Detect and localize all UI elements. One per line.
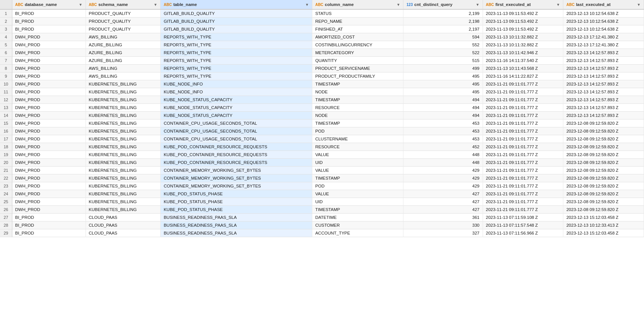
table-row[interactable]: 9DWH_PRODAWS_BILLINGREPORTS_WITH_TYPEPRO… [0, 72, 644, 80]
table-name-header[interactable]: ABC table_name ▼ [161, 0, 312, 9]
column-name-label: column_name [325, 2, 354, 7]
sort-icon-column[interactable]: ▼ [396, 3, 400, 7]
column-name-cell: VALUE [312, 167, 403, 174]
last-executed-cell: 2023-12-13 14:12:57.893 Z [563, 49, 644, 57]
schema-name-cell: KUBERNETES_BILLING [86, 127, 161, 135]
row-number-cell: 9 [0, 72, 12, 80]
sort-icon-table[interactable]: ▼ [305, 3, 309, 7]
schema-name-cell: KUBERNETES_BILLING [86, 88, 161, 96]
table-name-cell: BUSINESS_READINESS_PAAS_SLA [161, 221, 312, 229]
table-name-cell: KUBE_NODE_STATUS_CAPACITY [161, 104, 312, 112]
table-row[interactable]: 18DWH_PRODKUBERNETES_BILLINGKUBE_POD_CON… [0, 143, 644, 151]
table-name-cell: CONTAINER_MEMORY_WORKING_SET_BYTES [161, 167, 312, 174]
row-number-cell: 22 [0, 174, 12, 182]
sort-icon-last[interactable]: ▼ [637, 3, 641, 7]
sort-icon-cnt[interactable]: ▼ [476, 3, 480, 7]
cnt-distinct-cell: 495 [403, 72, 483, 80]
column-name-cell: PRODUCT_SERVICENAME [312, 65, 403, 72]
table-row[interactable]: 27BI_PRODCLOUD_PAASBUSINESS_READINESS_PA… [0, 214, 644, 221]
first-executed-cell: 2023-11-16 14:11:22.827 Z [483, 72, 563, 80]
abc-icon-last: ABC [566, 3, 575, 7]
schema-name-cell: KUBERNETES_BILLING [86, 112, 161, 120]
table-name-cell: KUBE_NODE_STATUS_CAPACITY [161, 96, 312, 104]
table-row[interactable]: 12DWH_PRODKUBERNETES_BILLINGKUBE_NODE_ST… [0, 96, 644, 104]
table-row[interactable]: 29BI_PRODCLOUD_PAASBUSINESS_READINESS_PA… [0, 229, 644, 237]
sort-icon-schema[interactable]: ▼ [154, 3, 157, 7]
last-executed-cell: 2023-12-13 14:12:57.893 Z [563, 57, 644, 65]
column-name-cell: UID [312, 198, 403, 206]
first-executed-header[interactable]: ABC first_executed_at ▼ [483, 0, 563, 9]
row-number-cell: 26 [0, 206, 12, 214]
row-number-header [0, 0, 12, 9]
database-name-cell: DWH_PROD [12, 104, 86, 112]
table-row[interactable]: 14DWH_PRODKUBERNETES_BILLINGKUBE_NODE_ST… [0, 112, 644, 120]
schema-name-cell: KUBERNETES_BILLING [86, 135, 161, 143]
table-name-cell: BUSINESS_READINESS_PAAS_SLA [161, 229, 312, 237]
table-row[interactable]: 1BI_PRODPRODUCT_QUALITYGITLAB_BUILD_QUAL… [0, 9, 644, 18]
row-number-cell: 27 [0, 214, 12, 221]
schema-name-cell: KUBERNETES_BILLING [86, 80, 161, 88]
row-number-cell: 14 [0, 112, 12, 120]
last-executed-header[interactable]: ABC last_executed_at ▼ [563, 0, 644, 9]
last-executed-cell: 2023-12-13 14:12:57.893 Z [563, 80, 644, 88]
table-row[interactable]: 4DWH_PRODAWS_BILLINGREPORTS_WITH_TYPEAMO… [0, 33, 644, 41]
table-row[interactable]: 2BI_PRODPRODUCT_QUALITYGITLAB_BUILD_QUAL… [0, 18, 644, 25]
table-row[interactable]: 10DWH_PRODKUBERNETES_BILLINGKUBE_NODE_IN… [0, 80, 644, 88]
schema-name-cell: CLOUD_PAAS [86, 214, 161, 221]
table-row[interactable]: 22DWH_PRODKUBERNETES_BILLINGCONTAINER_ME… [0, 174, 644, 182]
table-row[interactable]: 23DWH_PRODKUBERNETES_BILLINGCONTAINER_ME… [0, 182, 644, 190]
last-executed-cell: 2023-12-08 09:12:59.820 Z [563, 135, 644, 143]
table-row[interactable]: 7DWH_PRODAZURE_BILLINGREPORTS_WITH_TYPEQ… [0, 57, 644, 65]
table-name-cell: GITLAB_BUILD_QUALITY [161, 25, 312, 33]
table-row[interactable]: 17DWH_PRODKUBERNETES_BILLINGCONTAINER_CP… [0, 135, 644, 143]
column-name-cell: UID [312, 159, 403, 167]
first-executed-cell: 2023-11-21 09:11:01.777 Z [483, 88, 563, 96]
first-executed-cell: 2023-11-21 09:11:01.777 Z [483, 151, 563, 159]
cnt-distinct-cell: 2,197 [403, 25, 483, 33]
first-executed-cell: 2023-11-13 07:11:56.966 Z [483, 229, 563, 237]
table-name-cell: REPORTS_WITH_TYPE [161, 65, 312, 72]
sort-icon-database[interactable]: ▼ [79, 3, 83, 7]
schema-name-cell: KUBERNETES_BILLING [86, 159, 161, 167]
database-name-header[interactable]: ABC database_name ▼ [12, 0, 86, 9]
cnt-distinct-cell: 448 [403, 159, 483, 167]
column-name-cell: TIMESTAMP [312, 96, 403, 104]
column-name-cell: CUSTOMER [312, 221, 403, 229]
row-number-cell: 18 [0, 143, 12, 151]
table-row[interactable]: 16DWH_PRODKUBERNETES_BILLINGCONTAINER_CP… [0, 127, 644, 135]
last-executed-cell: 2023-12-13 14:12:57.893 Z [563, 88, 644, 96]
table-row[interactable]: 25DWH_PRODKUBERNETES_BILLINGKUBE_POD_STA… [0, 198, 644, 206]
column-name-cell: TIMESTAMP [312, 206, 403, 214]
database-name-cell: DWH_PROD [12, 182, 86, 190]
table-row[interactable]: 15DWH_PRODKUBERNETES_BILLINGCONTAINER_CP… [0, 120, 644, 127]
table-row[interactable]: 11DWH_PRODKUBERNETES_BILLINGKUBE_NODE_IN… [0, 88, 644, 96]
first-executed-cell: 2023-11-21 09:11:01.777 Z [483, 190, 563, 198]
table-row[interactable]: 3BI_PRODPRODUCT_QUALITYGITLAB_BUILD_QUAL… [0, 25, 644, 33]
table-row[interactable]: 19DWH_PRODKUBERNETES_BILLINGKUBE_POD_CON… [0, 151, 644, 159]
sort-icon-first[interactable]: ▼ [556, 3, 560, 7]
table-row[interactable]: 8DWH_PRODAWS_BILLINGREPORTS_WITH_TYPEPRO… [0, 65, 644, 72]
table-row[interactable]: 5DWH_PRODAZURE_BILLINGREPORTS_WITH_TYPEC… [0, 41, 644, 49]
first-executed-cell: 2023-11-21 09:11:01.777 Z [483, 96, 563, 104]
table-row[interactable]: 26DWH_PRODKUBERNETES_BILLINGKUBE_POD_STA… [0, 206, 644, 214]
database-name-cell: DWH_PROD [12, 49, 86, 57]
cnt-distinct-header[interactable]: 123 cnt_distinct_query ▼ [403, 0, 483, 9]
database-name-cell: DWH_PROD [12, 167, 86, 174]
table-row[interactable]: 21DWH_PRODKUBERNETES_BILLINGCONTAINER_ME… [0, 167, 644, 174]
cnt-distinct-cell: 499 [403, 65, 483, 72]
cnt-distinct-cell: 427 [403, 206, 483, 214]
table-row[interactable]: 24DWH_PRODKUBERNETES_BILLINGKUBE_POD_STA… [0, 190, 644, 198]
schema-name-cell: KUBERNETES_BILLING [86, 206, 161, 214]
schema-name-header[interactable]: ABC schema_name ▼ [86, 0, 161, 9]
database-name-cell: BI_PROD [12, 221, 86, 229]
table-row[interactable]: 20DWH_PRODKUBERNETES_BILLINGKUBE_POD_CON… [0, 159, 644, 167]
table-row[interactable]: 13DWH_PRODKUBERNETES_BILLINGKUBE_NODE_ST… [0, 104, 644, 112]
first-executed-cell: 2023-11-21 09:11:01.777 Z [483, 167, 563, 174]
table-row[interactable]: 28BI_PRODCLOUD_PAASBUSINESS_READINESS_PA… [0, 221, 644, 229]
last-executed-cell: 2023-12-13 14:12:57.893 Z [563, 112, 644, 120]
schema-name-cell: KUBERNETES_BILLING [86, 143, 161, 151]
column-name-cell: VALUE [312, 190, 403, 198]
first-executed-cell: 2023-11-13 07:11:57.548 Z [483, 221, 563, 229]
column-name-header[interactable]: ABC column_name ▼ [312, 0, 403, 9]
table-row[interactable]: 6DWH_PRODAZURE_BILLINGREPORTS_WITH_TYPEM… [0, 49, 644, 57]
